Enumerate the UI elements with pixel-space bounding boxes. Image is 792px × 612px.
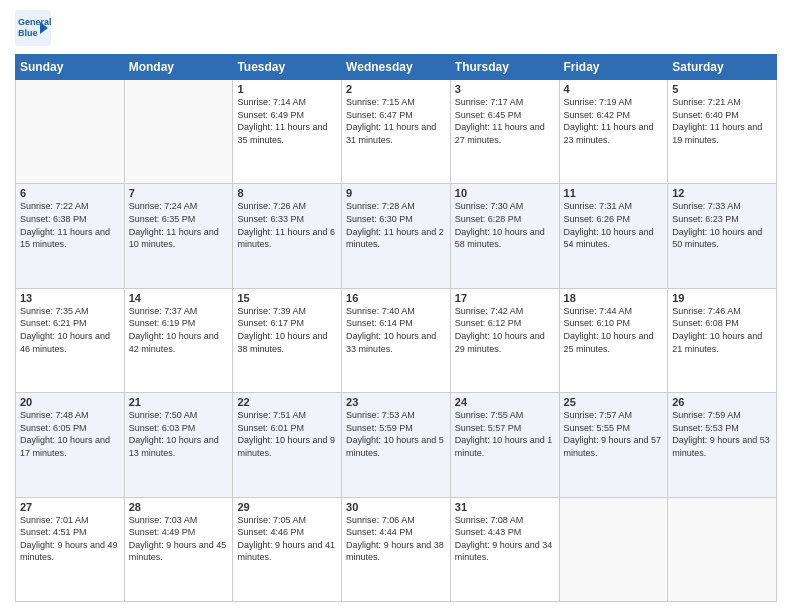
svg-text:Blue: Blue bbox=[18, 28, 38, 38]
table-row: 28Sunrise: 7:03 AM Sunset: 4:49 PM Dayli… bbox=[124, 497, 233, 601]
table-row: 16Sunrise: 7:40 AM Sunset: 6:14 PM Dayli… bbox=[342, 288, 451, 392]
day-number: 27 bbox=[20, 501, 120, 513]
day-info: Sunrise: 7:28 AM Sunset: 6:30 PM Dayligh… bbox=[346, 200, 446, 250]
day-info: Sunrise: 7:14 AM Sunset: 6:49 PM Dayligh… bbox=[237, 96, 337, 146]
table-row: 26Sunrise: 7:59 AM Sunset: 5:53 PM Dayli… bbox=[668, 393, 777, 497]
table-row bbox=[16, 80, 125, 184]
day-info: Sunrise: 7:44 AM Sunset: 6:10 PM Dayligh… bbox=[564, 305, 664, 355]
table-row: 30Sunrise: 7:06 AM Sunset: 4:44 PM Dayli… bbox=[342, 497, 451, 601]
day-number: 23 bbox=[346, 396, 446, 408]
day-number: 11 bbox=[564, 187, 664, 199]
day-number: 20 bbox=[20, 396, 120, 408]
table-row: 24Sunrise: 7:55 AM Sunset: 5:57 PM Dayli… bbox=[450, 393, 559, 497]
day-info: Sunrise: 7:42 AM Sunset: 6:12 PM Dayligh… bbox=[455, 305, 555, 355]
day-number: 16 bbox=[346, 292, 446, 304]
table-row: 3Sunrise: 7:17 AM Sunset: 6:45 PM Daylig… bbox=[450, 80, 559, 184]
day-number: 2 bbox=[346, 83, 446, 95]
calendar-header: Sunday Monday Tuesday Wednesday Thursday… bbox=[16, 55, 777, 80]
day-number: 31 bbox=[455, 501, 555, 513]
table-row bbox=[559, 497, 668, 601]
day-info: Sunrise: 7:22 AM Sunset: 6:38 PM Dayligh… bbox=[20, 200, 120, 250]
calendar-week-3: 20Sunrise: 7:48 AM Sunset: 6:05 PM Dayli… bbox=[16, 393, 777, 497]
table-row: 8Sunrise: 7:26 AM Sunset: 6:33 PM Daylig… bbox=[233, 184, 342, 288]
day-number: 21 bbox=[129, 396, 229, 408]
table-row: 20Sunrise: 7:48 AM Sunset: 6:05 PM Dayli… bbox=[16, 393, 125, 497]
day-number: 19 bbox=[672, 292, 772, 304]
day-number: 25 bbox=[564, 396, 664, 408]
day-info: Sunrise: 7:51 AM Sunset: 6:01 PM Dayligh… bbox=[237, 409, 337, 459]
day-number: 14 bbox=[129, 292, 229, 304]
calendar-week-0: 1Sunrise: 7:14 AM Sunset: 6:49 PM Daylig… bbox=[16, 80, 777, 184]
day-info: Sunrise: 7:37 AM Sunset: 6:19 PM Dayligh… bbox=[129, 305, 229, 355]
day-info: Sunrise: 7:40 AM Sunset: 6:14 PM Dayligh… bbox=[346, 305, 446, 355]
day-info: Sunrise: 7:31 AM Sunset: 6:26 PM Dayligh… bbox=[564, 200, 664, 250]
day-info: Sunrise: 7:57 AM Sunset: 5:55 PM Dayligh… bbox=[564, 409, 664, 459]
table-row: 6Sunrise: 7:22 AM Sunset: 6:38 PM Daylig… bbox=[16, 184, 125, 288]
day-number: 17 bbox=[455, 292, 555, 304]
day-info: Sunrise: 7:19 AM Sunset: 6:42 PM Dayligh… bbox=[564, 96, 664, 146]
calendar-table: Sunday Monday Tuesday Wednesday Thursday… bbox=[15, 54, 777, 602]
day-number: 18 bbox=[564, 292, 664, 304]
table-row: 15Sunrise: 7:39 AM Sunset: 6:17 PM Dayli… bbox=[233, 288, 342, 392]
header-row: Sunday Monday Tuesday Wednesday Thursday… bbox=[16, 55, 777, 80]
table-row: 22Sunrise: 7:51 AM Sunset: 6:01 PM Dayli… bbox=[233, 393, 342, 497]
svg-text:General: General bbox=[18, 17, 51, 27]
col-friday: Friday bbox=[559, 55, 668, 80]
table-row: 1Sunrise: 7:14 AM Sunset: 6:49 PM Daylig… bbox=[233, 80, 342, 184]
day-number: 30 bbox=[346, 501, 446, 513]
day-number: 5 bbox=[672, 83, 772, 95]
day-info: Sunrise: 7:30 AM Sunset: 6:28 PM Dayligh… bbox=[455, 200, 555, 250]
table-row bbox=[668, 497, 777, 601]
day-info: Sunrise: 7:50 AM Sunset: 6:03 PM Dayligh… bbox=[129, 409, 229, 459]
day-number: 22 bbox=[237, 396, 337, 408]
day-number: 1 bbox=[237, 83, 337, 95]
day-info: Sunrise: 7:46 AM Sunset: 6:08 PM Dayligh… bbox=[672, 305, 772, 355]
page: GeneralBlue Sunday Monday Tuesday Wednes… bbox=[0, 0, 792, 612]
day-info: Sunrise: 7:48 AM Sunset: 6:05 PM Dayligh… bbox=[20, 409, 120, 459]
day-info: Sunrise: 7:35 AM Sunset: 6:21 PM Dayligh… bbox=[20, 305, 120, 355]
day-number: 15 bbox=[237, 292, 337, 304]
day-info: Sunrise: 7:01 AM Sunset: 4:51 PM Dayligh… bbox=[20, 514, 120, 564]
col-monday: Monday bbox=[124, 55, 233, 80]
day-number: 24 bbox=[455, 396, 555, 408]
table-row bbox=[124, 80, 233, 184]
day-info: Sunrise: 7:33 AM Sunset: 6:23 PM Dayligh… bbox=[672, 200, 772, 250]
table-row: 4Sunrise: 7:19 AM Sunset: 6:42 PM Daylig… bbox=[559, 80, 668, 184]
header: GeneralBlue bbox=[15, 10, 777, 46]
day-info: Sunrise: 7:59 AM Sunset: 5:53 PM Dayligh… bbox=[672, 409, 772, 459]
calendar-week-4: 27Sunrise: 7:01 AM Sunset: 4:51 PM Dayli… bbox=[16, 497, 777, 601]
day-number: 12 bbox=[672, 187, 772, 199]
logo: GeneralBlue bbox=[15, 10, 51, 46]
day-number: 8 bbox=[237, 187, 337, 199]
calendar-body: 1Sunrise: 7:14 AM Sunset: 6:49 PM Daylig… bbox=[16, 80, 777, 602]
table-row: 18Sunrise: 7:44 AM Sunset: 6:10 PM Dayli… bbox=[559, 288, 668, 392]
day-info: Sunrise: 7:06 AM Sunset: 4:44 PM Dayligh… bbox=[346, 514, 446, 564]
day-number: 9 bbox=[346, 187, 446, 199]
day-number: 13 bbox=[20, 292, 120, 304]
col-tuesday: Tuesday bbox=[233, 55, 342, 80]
table-row: 29Sunrise: 7:05 AM Sunset: 4:46 PM Dayli… bbox=[233, 497, 342, 601]
table-row: 27Sunrise: 7:01 AM Sunset: 4:51 PM Dayli… bbox=[16, 497, 125, 601]
day-number: 29 bbox=[237, 501, 337, 513]
table-row: 13Sunrise: 7:35 AM Sunset: 6:21 PM Dayli… bbox=[16, 288, 125, 392]
day-info: Sunrise: 7:39 AM Sunset: 6:17 PM Dayligh… bbox=[237, 305, 337, 355]
day-number: 7 bbox=[129, 187, 229, 199]
col-thursday: Thursday bbox=[450, 55, 559, 80]
table-row: 19Sunrise: 7:46 AM Sunset: 6:08 PM Dayli… bbox=[668, 288, 777, 392]
table-row: 11Sunrise: 7:31 AM Sunset: 6:26 PM Dayli… bbox=[559, 184, 668, 288]
day-number: 10 bbox=[455, 187, 555, 199]
col-sunday: Sunday bbox=[16, 55, 125, 80]
day-number: 4 bbox=[564, 83, 664, 95]
day-info: Sunrise: 7:08 AM Sunset: 4:43 PM Dayligh… bbox=[455, 514, 555, 564]
day-number: 6 bbox=[20, 187, 120, 199]
table-row: 14Sunrise: 7:37 AM Sunset: 6:19 PM Dayli… bbox=[124, 288, 233, 392]
table-row: 10Sunrise: 7:30 AM Sunset: 6:28 PM Dayli… bbox=[450, 184, 559, 288]
table-row: 12Sunrise: 7:33 AM Sunset: 6:23 PM Dayli… bbox=[668, 184, 777, 288]
table-row: 2Sunrise: 7:15 AM Sunset: 6:47 PM Daylig… bbox=[342, 80, 451, 184]
day-number: 28 bbox=[129, 501, 229, 513]
day-info: Sunrise: 7:24 AM Sunset: 6:35 PM Dayligh… bbox=[129, 200, 229, 250]
col-wednesday: Wednesday bbox=[342, 55, 451, 80]
day-number: 3 bbox=[455, 83, 555, 95]
table-row: 25Sunrise: 7:57 AM Sunset: 5:55 PM Dayli… bbox=[559, 393, 668, 497]
logo-icon: GeneralBlue bbox=[15, 10, 51, 46]
